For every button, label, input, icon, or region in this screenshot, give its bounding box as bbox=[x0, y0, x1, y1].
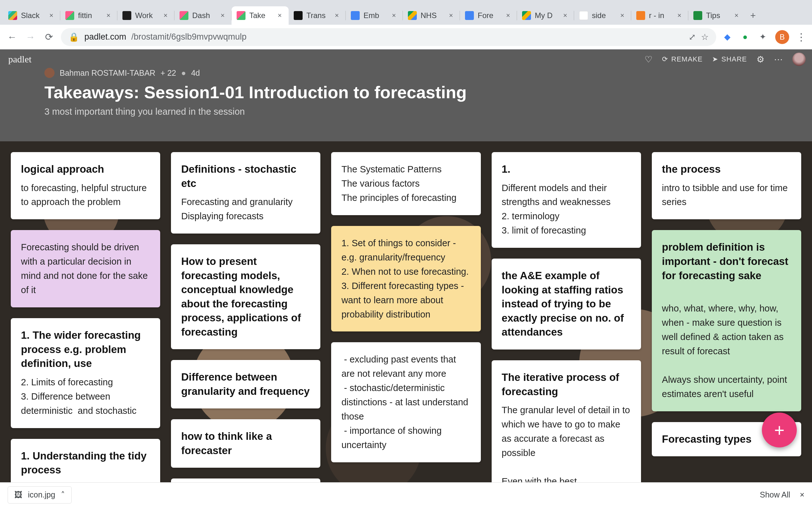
new-tab-button[interactable]: + bbox=[745, 6, 761, 25]
browser-tab[interactable]: Slack× bbox=[3, 6, 60, 25]
close-icon[interactable]: × bbox=[333, 12, 341, 19]
url-domain: padlet.com bbox=[84, 32, 126, 42]
post-card[interactable]: How to present forecasting models, conce… bbox=[171, 244, 320, 349]
favicon-icon bbox=[465, 11, 474, 20]
tab-title: Slack bbox=[21, 11, 44, 20]
address-bar[interactable]: 🔒 padlet.com/brostamit/6gslb9mvpvwqmulp … bbox=[61, 28, 716, 46]
post-body: Forecasting and granularity Displaying f… bbox=[181, 195, 310, 223]
padlet-logo[interactable]: padlet bbox=[8, 54, 32, 65]
post-card[interactable]: Definitions - stochastic etcForecasting … bbox=[171, 152, 320, 233]
author-avatar[interactable] bbox=[44, 68, 55, 78]
open-external-icon[interactable]: ⤢ bbox=[689, 32, 696, 42]
post-card[interactable]: Things I learnt bbox=[171, 478, 320, 482]
browser-tab-strip: Slack× fittin× Work× Dash× Take× Trans× … bbox=[0, 0, 812, 25]
padlet-app: padlet ♡ ⟳REMAKE ➤SHARE ⚙ ⋯ Bahman ROSTA… bbox=[0, 49, 812, 482]
heart-icon[interactable]: ♡ bbox=[645, 54, 653, 65]
post-card[interactable]: The iterative process of forecastingThe … bbox=[492, 360, 641, 482]
download-chip[interactable]: 🖼 icon.jpg ˄ bbox=[8, 487, 72, 504]
browser-tab[interactable]: Trans× bbox=[289, 6, 346, 25]
user-avatar[interactable] bbox=[792, 53, 806, 66]
share-button[interactable]: ➤SHARE bbox=[712, 55, 747, 63]
post-title: Definitions - stochastic etc bbox=[181, 162, 310, 190]
post-card[interactable]: logical approachto forecasting, helpful … bbox=[11, 152, 160, 219]
browser-tab[interactable]: Tips× bbox=[688, 6, 745, 25]
tab-title: Emb bbox=[363, 11, 386, 20]
post-card[interactable]: Difference between granularity and frequ… bbox=[171, 360, 320, 408]
profile-avatar[interactable]: B bbox=[775, 30, 789, 44]
post-title: problem definition is important - don't … bbox=[662, 240, 791, 283]
post-card[interactable]: Forecasting should be driven with a part… bbox=[11, 230, 160, 307]
post-body: The Systematic Patterns The various fact… bbox=[341, 162, 470, 205]
browser-tab[interactable]: Emb× bbox=[346, 6, 403, 25]
extension-icon[interactable]: ◆ bbox=[722, 32, 733, 43]
extension-icon[interactable]: ● bbox=[740, 32, 751, 43]
show-all-button[interactable]: Show All bbox=[760, 490, 791, 499]
browser-tab[interactable]: Work× bbox=[117, 6, 174, 25]
browser-tab[interactable]: Dash× bbox=[174, 6, 232, 25]
post-body: to forecasting, helpful structure to app… bbox=[21, 181, 150, 210]
post-body: The granular level of detail in to which… bbox=[502, 403, 631, 482]
post-card[interactable]: how to think like a forecaster bbox=[171, 419, 320, 468]
close-icon[interactable]: × bbox=[800, 490, 804, 499]
add-post-fab[interactable]: + bbox=[762, 412, 797, 447]
gear-icon[interactable]: ⚙ bbox=[757, 54, 764, 65]
close-icon[interactable]: × bbox=[676, 12, 683, 19]
close-icon[interactable]: × bbox=[618, 12, 626, 19]
kebab-menu-icon[interactable]: ⋮ bbox=[796, 31, 806, 43]
favicon-icon bbox=[636, 11, 645, 20]
tab-title: Tips bbox=[706, 11, 729, 20]
favicon-icon bbox=[180, 11, 189, 20]
post-body: 1. Set of things to consider - e.g. gran… bbox=[341, 236, 470, 322]
post-card[interactable]: problem definition is important - don't … bbox=[652, 230, 801, 411]
contributor-count[interactable]: + 22 bbox=[160, 68, 176, 78]
close-icon[interactable]: × bbox=[733, 12, 740, 19]
close-icon[interactable]: × bbox=[447, 12, 455, 19]
close-icon[interactable]: × bbox=[504, 12, 512, 19]
browser-tab[interactable]: Fore× bbox=[460, 6, 517, 25]
more-icon[interactable]: ⋯ bbox=[774, 54, 783, 65]
author-name[interactable]: Bahman ROSTAMI-TABAR bbox=[60, 68, 155, 78]
close-icon[interactable]: × bbox=[48, 12, 55, 19]
post-body: - excluding past events that are not rel… bbox=[341, 352, 470, 452]
post-title: 1. The wider forecasting process e.g. pr… bbox=[21, 328, 150, 371]
post-title: Difference between granularity and frequ… bbox=[181, 370, 310, 398]
browser-tab[interactable]: r - in× bbox=[631, 6, 688, 25]
forward-button[interactable]: → bbox=[24, 31, 37, 43]
plus-icon: + bbox=[774, 420, 785, 441]
post-card[interactable]: 1. The wider forecasting process e.g. pr… bbox=[11, 318, 160, 428]
browser-tab[interactable]: fittin× bbox=[60, 6, 117, 25]
board-columns[interactable]: logical approachto forecasting, helpful … bbox=[0, 141, 812, 482]
close-icon[interactable]: × bbox=[276, 12, 284, 19]
download-filename: icon.jpg bbox=[28, 490, 55, 499]
post-card[interactable]: the A&E example of looking at staffing r… bbox=[492, 259, 641, 349]
post-card[interactable]: 1.Different models and their strengths a… bbox=[492, 152, 641, 248]
tab-title: Dash bbox=[192, 11, 215, 20]
post-card[interactable]: - excluding past events that are not rel… bbox=[331, 342, 480, 462]
remake-button[interactable]: ⟳REMAKE bbox=[662, 55, 703, 63]
close-icon[interactable]: × bbox=[561, 12, 569, 19]
browser-tab[interactable]: NHS× bbox=[403, 6, 460, 25]
extensions-menu-icon[interactable]: ✦ bbox=[757, 32, 768, 43]
post-title: 1. bbox=[502, 162, 631, 176]
post-card[interactable]: 1. Understanding the tidy process bbox=[11, 439, 160, 482]
star-icon[interactable]: ☆ bbox=[701, 32, 709, 42]
post-title: logical approach bbox=[21, 162, 150, 176]
close-icon[interactable]: × bbox=[162, 12, 169, 19]
post-card[interactable]: 1. Set of things to consider - e.g. gran… bbox=[331, 226, 480, 332]
post-card[interactable]: The Systematic Patterns The various fact… bbox=[331, 152, 480, 215]
browser-tab[interactable]: My D× bbox=[517, 6, 574, 25]
browser-tab[interactable]: side× bbox=[574, 6, 631, 25]
downloads-bar: 🖼 icon.jpg ˄ Show All × bbox=[0, 482, 812, 507]
post-card[interactable]: the processintro to tsibble and use for … bbox=[652, 152, 801, 219]
browser-tab-active[interactable]: Take× bbox=[232, 6, 289, 25]
reload-button[interactable]: ⟳ bbox=[43, 31, 55, 43]
back-button[interactable]: ← bbox=[6, 31, 18, 43]
post-body: Forecasting should be driven with a part… bbox=[21, 240, 150, 297]
chevron-up-icon[interactable]: ˄ bbox=[61, 490, 65, 499]
close-icon[interactable]: × bbox=[219, 12, 226, 19]
post-title: How to present forecasting models, conce… bbox=[181, 255, 310, 339]
author-row: Bahman ROSTAMI-TABAR + 22 ● 4d bbox=[44, 68, 799, 78]
close-icon[interactable]: × bbox=[105, 12, 112, 19]
close-icon[interactable]: × bbox=[390, 12, 398, 19]
tab-title: side bbox=[592, 11, 615, 20]
